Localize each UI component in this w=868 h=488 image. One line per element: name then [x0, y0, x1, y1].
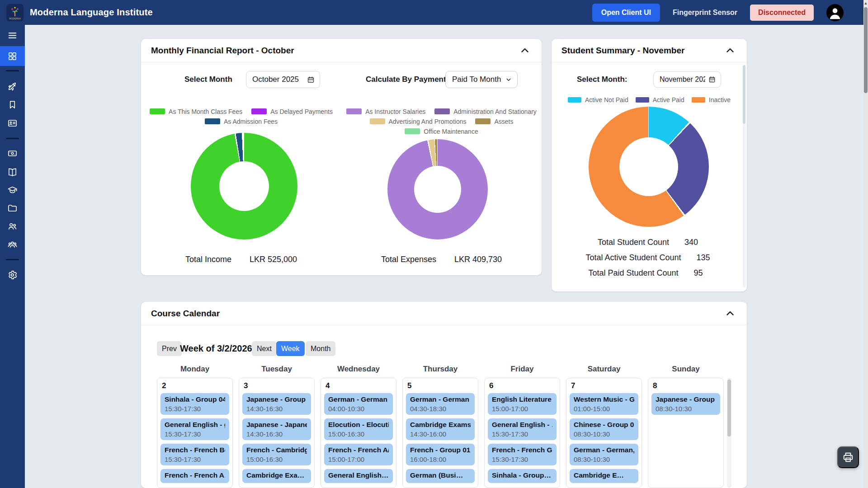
- student-card-scrollbar-thumb[interactable]: [743, 65, 745, 124]
- sidebar-item-book[interactable]: [0, 162, 25, 182]
- calendar-event[interactable]: French - French G…15:30-17:30: [488, 444, 557, 465]
- window-scrollbar[interactable]: ▲: [863, 0, 868, 488]
- day-cell-8[interactable]: 8Japanese - Group …08:30-10:30: [648, 378, 724, 488]
- event-time: 08:30-10:30: [656, 405, 716, 413]
- financial-month-input[interactable]: [246, 71, 320, 88]
- sidebar-item-folder[interactable]: [0, 198, 25, 218]
- day-number: 6: [489, 381, 560, 390]
- calendar-scrollbar-thumb[interactable]: [727, 380, 731, 436]
- legend-swatch: [568, 97, 581, 103]
- student-month-input[interactable]: [653, 71, 721, 88]
- course-calendar-card: Course Calendar Prev Week of 3/2/2026 Ne…: [141, 302, 747, 488]
- day-cell-6[interactable]: 6English Literature …15:00-17:00General …: [484, 378, 560, 488]
- day-cell-4[interactable]: 4German - German …04:00-10:30Elocution -…: [321, 378, 396, 488]
- calendar-event[interactable]: Western Music - G…01:00-15:00: [570, 393, 638, 415]
- sidebar-item-graduation-cap[interactable]: [0, 180, 25, 200]
- calculate-by-select[interactable]: Paid To Month: [445, 71, 518, 88]
- legend-item[interactable]: Active Paid: [636, 96, 684, 103]
- calendar-scrollbar[interactable]: [727, 378, 731, 488]
- open-client-ui-button[interactable]: Open Client UI: [592, 4, 660, 22]
- window-scrollbar-thumb[interactable]: [864, 7, 868, 93]
- person-icon: [826, 4, 844, 21]
- scrollbar-up-arrow-icon[interactable]: ▲: [863, 1, 868, 5]
- print-button[interactable]: [837, 446, 859, 468]
- stat-label: Total Active Student Count: [585, 253, 681, 263]
- legend-item[interactable]: As Instructor Salaries: [346, 108, 425, 115]
- connection-status-badge: Disconnected: [750, 5, 814, 21]
- sidebar-item-menu[interactable]: [0, 25, 25, 45]
- financial-month-value[interactable]: [252, 75, 304, 84]
- legend-item[interactable]: Active Not Paid: [568, 96, 628, 103]
- student-collapse-button[interactable]: [723, 44, 737, 57]
- legend-item[interactable]: As Delayed Payments: [251, 108, 333, 115]
- calendar-event[interactable]: German - German …04:30-18:30: [406, 393, 475, 415]
- sidebar-item-bookmark[interactable]: [0, 94, 25, 114]
- event-title: German - German …: [328, 395, 389, 404]
- day-cell-5[interactable]: 5German - German …04:30-18:30Cambridge E…: [402, 378, 478, 488]
- calendar-next-button[interactable]: Next: [252, 341, 277, 356]
- calendar-event[interactable]: Cambridge Exams …14:30-16:00: [406, 418, 475, 440]
- legend-swatch: [475, 118, 491, 124]
- legend-swatch: [692, 97, 705, 103]
- day-cell-2[interactable]: 2Sinhala - Group 04…15:30-17:30General E…: [157, 378, 233, 488]
- legend-item[interactable]: Advertising And Promotions: [370, 118, 467, 125]
- chevron-up-icon: [724, 308, 736, 319]
- sidebar-divider: [6, 259, 19, 260]
- sidebar-item-money[interactable]: [0, 143, 25, 163]
- graduation-cap-icon: [7, 185, 18, 195]
- calendar-event[interactable]: German - German …04:00-10:30: [324, 393, 393, 415]
- legend-item[interactable]: Administration And Stationary: [434, 108, 537, 115]
- event-time: 15:00-17:00: [492, 405, 552, 413]
- stat-value: 95: [694, 268, 710, 278]
- calendar-prev-button[interactable]: Prev: [157, 341, 182, 356]
- calendar-event[interactable]: General English…: [324, 469, 393, 483]
- sidebar-item-user-group[interactable]: [0, 234, 25, 254]
- sidebar-item-dashboard-grid[interactable]: [0, 46, 25, 66]
- legend-item[interactable]: Inactive: [692, 96, 731, 103]
- legend-item[interactable]: Office Maintenance: [405, 128, 478, 135]
- day-cell-7[interactable]: 7Western Music - G…01:00-15:00Chinese - …: [566, 378, 642, 488]
- calendar-event[interactable]: Elocution - Elocuti…15:00-16:30: [324, 418, 393, 440]
- day-cell-3[interactable]: 3Japanese - Group …14:30-16:30Japanese -…: [239, 378, 315, 488]
- sidebar-item-rocket[interactable]: [0, 76, 25, 96]
- student-month-value[interactable]: [660, 75, 705, 84]
- calendar-event[interactable]: French - French A/…15:00-17:00: [324, 444, 393, 465]
- calendar-event[interactable]: Chinese - Group 0…08:30-10:30: [570, 418, 638, 440]
- calendar-event[interactable]: Japanese - Group …08:30-10:30: [651, 393, 720, 415]
- user-group-icon: [7, 239, 18, 249]
- stat-row: Total Paid Student Count95: [552, 268, 747, 278]
- calendar-event[interactable]: French - French Be…15:30-17:30: [160, 444, 229, 465]
- legend-item[interactable]: As Admission Fees: [205, 118, 278, 125]
- calendar-event[interactable]: Japanese - Group …14:30-16:30: [242, 393, 311, 415]
- calendar-event[interactable]: French - Cambridg…15:00-16:30: [242, 444, 311, 465]
- calendar-event[interactable]: English Literature …15:00-17:00: [488, 393, 557, 415]
- calendar-week-toggle[interactable]: Week: [276, 341, 305, 356]
- calendar-event[interactable]: German - German,…08:30-10:30: [570, 444, 638, 465]
- event-title: French - French A/…: [328, 446, 389, 454]
- financial-collapse-button[interactable]: [518, 44, 532, 57]
- calendar-event[interactable]: German (Busi…: [406, 469, 475, 483]
- event-time: 15:00-16:30: [328, 430, 389, 438]
- donut-hole: [219, 161, 269, 211]
- calendar-event[interactable]: Cambridge Exa…: [242, 469, 311, 483]
- legend-item[interactable]: Assets: [475, 118, 513, 125]
- calendar-event[interactable]: General English - g…15:30-17:30: [160, 418, 229, 440]
- calendar-event[interactable]: Sinhala - Group…: [488, 469, 557, 483]
- calendar-event[interactable]: Sinhala - Group 04…15:30-17:30: [160, 393, 229, 415]
- calendar-collapse-button[interactable]: [723, 307, 737, 320]
- student-card-scrollbar[interactable]: [743, 65, 745, 287]
- stat-label: Total Student Count: [598, 238, 669, 247]
- calendar-event[interactable]: Japanese - Japane…14:30-16:30: [242, 418, 311, 440]
- calendar-month-toggle[interactable]: Month: [306, 341, 335, 356]
- user-avatar[interactable]: [826, 4, 844, 21]
- calendar-event[interactable]: French - Group 01 …16:00-18:00: [406, 444, 475, 465]
- legend-item[interactable]: As This Month Class Fees: [150, 108, 242, 115]
- calendar-event[interactable]: General English - …15:30-17:30: [488, 418, 557, 440]
- sidebar-item-id-card[interactable]: [0, 113, 25, 133]
- sidebar-item-users[interactable]: [0, 216, 25, 236]
- calendar-event[interactable]: Cambridge E…: [570, 469, 638, 483]
- sidebar-item-gear[interactable]: [0, 265, 25, 285]
- chevron-up-icon: [519, 45, 531, 56]
- legend-label: Advertising And Promotions: [389, 118, 467, 125]
- calendar-event[interactable]: French - French A…: [160, 469, 229, 483]
